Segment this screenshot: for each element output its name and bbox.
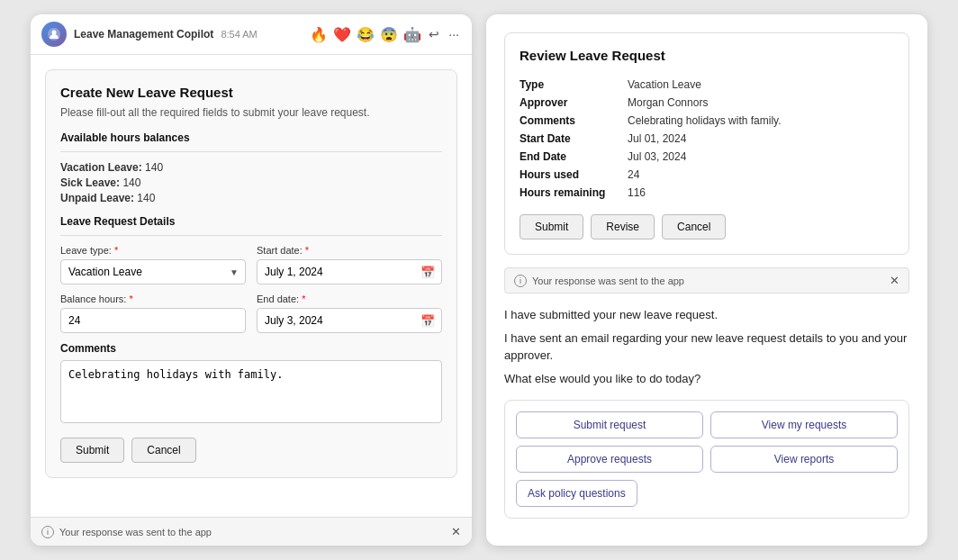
divider-details	[60, 235, 442, 236]
field-label-hours-remaining: Hours remaining	[520, 184, 628, 202]
form-title: Create New Leave Request	[60, 85, 442, 100]
group-end-date: End date: * 📅	[257, 294, 442, 333]
field-value-start-date: Jul 01, 2024	[628, 130, 894, 148]
start-date-label: Start date: *	[257, 245, 442, 256]
review-actions: Submit Revise Cancel	[520, 214, 894, 239]
more-icon[interactable]: ···	[447, 25, 461, 43]
group-leave-type: Leave type: * Vacation Leave Sick Leave …	[60, 245, 246, 285]
field-value-type: Vacation Leave	[628, 76, 894, 94]
left-chat-panel: Leave Management Copilot 8:54 AM 🔥 ❤️ 😂 …	[31, 14, 472, 546]
row-balance-end: Balance hours: * End date: * 📅	[60, 294, 442, 333]
details-label: Leave Request Details	[60, 215, 442, 228]
message-1: I have submitted your new leave request.	[504, 306, 909, 324]
right-notification-bar: i Your response was sent to the app ✕	[504, 267, 909, 294]
group-start-date: Start date: * 📅	[257, 245, 442, 285]
emoji-robot[interactable]: 🤖	[403, 26, 421, 43]
quick-submit-request[interactable]: Submit request	[516, 411, 703, 438]
chat-messages-right: I have submitted your new leave request.…	[504, 306, 909, 387]
quick-ask-policy[interactable]: Ask policy questions	[516, 480, 637, 507]
reply-icon[interactable]: ↩	[427, 25, 441, 43]
review-leave-card: Review Leave Request Type Vacation Leave…	[504, 32, 909, 255]
quick-approve-requests[interactable]: Approve requests	[516, 446, 703, 473]
field-label-comments: Comments	[520, 112, 628, 130]
leave-type-select-wrapper: Vacation Leave Sick Leave Unpaid Leave ▼	[60, 259, 246, 285]
emoji-fear[interactable]: 😨	[380, 26, 398, 43]
message-2: I have sent an email regarding your new …	[504, 330, 909, 365]
table-row: Comments Celebrating holidays with famil…	[520, 112, 894, 130]
field-label-hours-used: Hours used	[520, 166, 628, 184]
chat-body: Create New Leave Request Please fill-out…	[31, 55, 472, 517]
info-icon-left: i	[41, 526, 54, 538]
field-label-type: Type	[520, 76, 628, 94]
field-label-approver: Approver	[520, 94, 628, 112]
field-value-hours-used: 24	[628, 166, 894, 184]
balances-label: Available hours balances	[60, 131, 442, 144]
chat-header: Leave Management Copilot 8:54 AM 🔥 ❤️ 😂 …	[31, 14, 472, 55]
close-notification-left[interactable]: ✕	[451, 525, 461, 538]
field-label-end-date: End Date	[520, 148, 628, 166]
form-subtitle: Please fill-out all the required fields …	[60, 105, 442, 121]
chat-title: Leave Management Copilot	[74, 28, 213, 41]
table-row: Hours used 24	[520, 166, 894, 184]
right-chat-panel: Review Leave Request Type Vacation Leave…	[486, 14, 927, 546]
chat-time: 8:54 AM	[221, 29, 257, 40]
group-balance-hours: Balance hours: *	[60, 294, 246, 333]
review-table: Type Vacation Leave Approver Morgan Conn…	[520, 76, 894, 202]
field-value-approver: Morgan Connors	[628, 94, 894, 112]
start-date-input[interactable]	[257, 259, 442, 285]
info-icon-right: i	[514, 275, 527, 287]
balance-sick: Sick Leave: 140	[60, 176, 442, 189]
emoji-fire[interactable]: 🔥	[310, 26, 328, 43]
end-date-label: End date: *	[257, 294, 442, 304]
row-leave-start: Leave type: * Vacation Leave Sick Leave …	[60, 245, 442, 285]
cancel-button[interactable]: Cancel	[131, 438, 195, 463]
review-title: Review Leave Request	[520, 48, 894, 63]
field-value-comments: Celebrating holidays with family.	[628, 112, 894, 130]
submit-button[interactable]: Submit	[60, 438, 124, 463]
emoji-laugh[interactable]: 😂	[357, 26, 375, 43]
quick-actions-panel: Submit request View my requests Approve …	[504, 400, 909, 519]
quick-view-my-requests[interactable]: View my requests	[710, 411, 898, 438]
left-notification-bar: i Your response was sent to the app ✕	[31, 517, 472, 546]
table-row: End Date Jul 03, 2024	[520, 148, 894, 166]
notification-text-right: Your response was sent to the app	[532, 275, 684, 286]
review-revise-button[interactable]: Revise	[591, 214, 655, 239]
balance-vacation: Vacation Leave: 140	[60, 161, 442, 174]
table-row: Type Vacation Leave	[520, 76, 894, 94]
message-3: What else would you like to do today?	[504, 370, 909, 388]
leave-type-select[interactable]: Vacation Leave Sick Leave Unpaid Leave	[60, 259, 246, 285]
end-date-input[interactable]	[257, 308, 442, 333]
notification-text-left: Your response was sent to the app	[59, 527, 212, 537]
start-date-wrapper: 📅	[257, 259, 442, 285]
table-row: Start Date Jul 01, 2024	[520, 130, 894, 148]
header-icons: 🔥 ❤️ 😂 😨 🤖 ↩ ···	[310, 25, 461, 43]
field-label-start-date: Start Date	[520, 130, 628, 148]
end-date-wrapper: 📅	[257, 308, 442, 333]
emoji-heart[interactable]: ❤️	[333, 26, 351, 43]
table-row: Approver Morgan Connors	[520, 94, 894, 112]
quick-view-reports[interactable]: View reports	[710, 446, 898, 473]
form-actions: Submit Cancel	[60, 438, 442, 463]
comments-textarea[interactable]: Celebrating holidays with family.	[60, 360, 442, 423]
close-notification-right[interactable]: ✕	[890, 274, 899, 287]
review-cancel-button[interactable]: Cancel	[662, 214, 726, 239]
field-value-end-date: Jul 03, 2024	[628, 148, 894, 166]
divider-balances	[60, 151, 442, 152]
balance-hours-label: Balance hours: *	[60, 294, 246, 304]
balance-unpaid: Unpaid Leave: 140	[60, 192, 442, 204]
field-value-hours-remaining: 116	[628, 184, 894, 202]
balance-hours-input[interactable]	[60, 308, 246, 333]
avatar	[41, 22, 67, 47]
svg-point-1	[52, 31, 57, 35]
review-submit-button[interactable]: Submit	[520, 214, 583, 239]
leave-type-label: Leave type: *	[60, 245, 246, 256]
comments-label: Comments	[60, 342, 442, 355]
table-row: Hours remaining 116	[520, 184, 894, 202]
create-leave-form-card: Create New Leave Request Please fill-out…	[45, 69, 457, 478]
